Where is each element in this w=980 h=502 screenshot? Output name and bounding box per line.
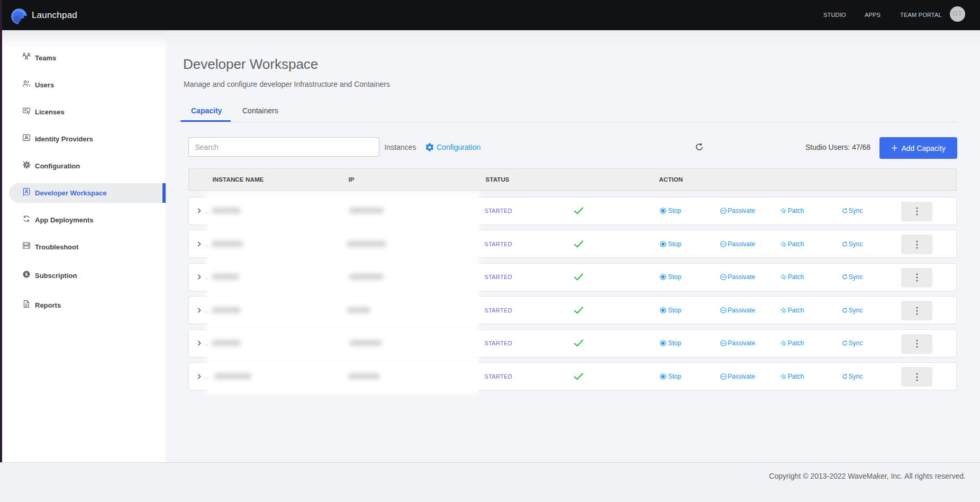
svg-text:$: $ [25, 272, 28, 277]
